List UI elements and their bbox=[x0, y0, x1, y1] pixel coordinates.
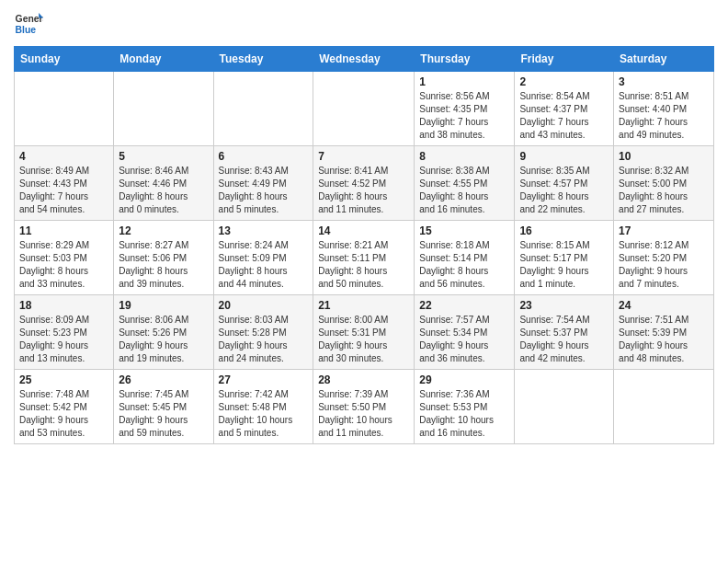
calendar-cell bbox=[114, 72, 213, 146]
day-number: 5 bbox=[119, 150, 208, 163]
day-number: 6 bbox=[219, 150, 309, 163]
day-info: Sunrise: 8:21 AM Sunset: 5:11 PM Dayligh… bbox=[318, 239, 409, 291]
calendar-cell: 17Sunrise: 8:12 AM Sunset: 5:20 PM Dayli… bbox=[614, 221, 714, 295]
day-number: 2 bbox=[519, 75, 609, 88]
calendar-cell bbox=[213, 72, 313, 146]
calendar-cell: 18Sunrise: 8:09 AM Sunset: 5:23 PM Dayli… bbox=[15, 295, 114, 370]
calendar-cell bbox=[15, 72, 114, 146]
day-number: 4 bbox=[19, 150, 108, 163]
day-info: Sunrise: 8:54 AM Sunset: 4:37 PM Dayligh… bbox=[519, 90, 609, 142]
calendar-week-row: 4Sunrise: 8:49 AM Sunset: 4:43 PM Daylig… bbox=[15, 146, 714, 221]
day-info: Sunrise: 8:27 AM Sunset: 5:06 PM Dayligh… bbox=[119, 239, 208, 291]
day-info: Sunrise: 8:46 AM Sunset: 4:46 PM Dayligh… bbox=[119, 165, 208, 216]
calendar-cell: 3Sunrise: 8:51 AM Sunset: 4:40 PM Daylig… bbox=[614, 72, 714, 146]
calendar-cell: 25Sunrise: 7:48 AM Sunset: 5:42 PM Dayli… bbox=[15, 370, 114, 444]
day-info: Sunrise: 7:51 AM Sunset: 5:39 PM Dayligh… bbox=[619, 314, 709, 365]
calendar-cell bbox=[313, 72, 415, 146]
day-number: 12 bbox=[119, 224, 208, 237]
weekday-header-monday: Monday bbox=[114, 47, 213, 72]
day-number: 1 bbox=[419, 75, 509, 88]
day-number: 3 bbox=[619, 75, 709, 88]
calendar-cell: 8Sunrise: 8:38 AM Sunset: 4:55 PM Daylig… bbox=[415, 146, 515, 221]
day-info: Sunrise: 7:36 AM Sunset: 5:53 PM Dayligh… bbox=[419, 388, 509, 440]
calendar-cell: 24Sunrise: 7:51 AM Sunset: 5:39 PM Dayli… bbox=[614, 295, 714, 370]
day-info: Sunrise: 7:42 AM Sunset: 5:48 PM Dayligh… bbox=[219, 388, 309, 440]
day-info: Sunrise: 8:32 AM Sunset: 5:00 PM Dayligh… bbox=[619, 165, 709, 216]
logo-icon: General Blue bbox=[14, 9, 43, 39]
weekday-header-row: SundayMondayTuesdayWednesdayThursdayFrid… bbox=[15, 47, 714, 72]
svg-text:Blue: Blue bbox=[16, 25, 37, 35]
calendar-table: SundayMondayTuesdayWednesdayThursdayFrid… bbox=[14, 46, 714, 444]
day-info: Sunrise: 7:57 AM Sunset: 5:34 PM Dayligh… bbox=[419, 314, 509, 365]
calendar-cell: 16Sunrise: 8:15 AM Sunset: 5:17 PM Dayli… bbox=[515, 221, 614, 295]
day-info: Sunrise: 7:39 AM Sunset: 5:50 PM Dayligh… bbox=[318, 388, 409, 440]
day-info: Sunrise: 8:15 AM Sunset: 5:17 PM Dayligh… bbox=[519, 239, 609, 291]
calendar-cell: 26Sunrise: 7:45 AM Sunset: 5:45 PM Dayli… bbox=[114, 370, 213, 444]
day-info: Sunrise: 8:03 AM Sunset: 5:28 PM Dayligh… bbox=[219, 314, 309, 365]
calendar-cell: 7Sunrise: 8:41 AM Sunset: 4:52 PM Daylig… bbox=[313, 146, 415, 221]
calendar-cell: 5Sunrise: 8:46 AM Sunset: 4:46 PM Daylig… bbox=[114, 146, 213, 221]
day-info: Sunrise: 8:56 AM Sunset: 4:35 PM Dayligh… bbox=[419, 90, 509, 142]
day-info: Sunrise: 8:12 AM Sunset: 5:20 PM Dayligh… bbox=[619, 239, 709, 291]
day-info: Sunrise: 8:41 AM Sunset: 4:52 PM Dayligh… bbox=[318, 165, 409, 216]
calendar-week-row: 11Sunrise: 8:29 AM Sunset: 5:03 PM Dayli… bbox=[15, 221, 714, 295]
day-number: 14 bbox=[318, 224, 409, 237]
day-number: 29 bbox=[419, 373, 509, 386]
day-number: 28 bbox=[318, 373, 409, 386]
day-info: Sunrise: 8:43 AM Sunset: 4:49 PM Dayligh… bbox=[219, 165, 309, 216]
day-number: 26 bbox=[119, 373, 208, 386]
calendar-cell: 23Sunrise: 7:54 AM Sunset: 5:37 PM Dayli… bbox=[515, 295, 614, 370]
weekday-header-friday: Friday bbox=[515, 47, 614, 72]
calendar-cell: 22Sunrise: 7:57 AM Sunset: 5:34 PM Dayli… bbox=[415, 295, 515, 370]
weekday-header-sunday: Sunday bbox=[15, 47, 114, 72]
day-number: 20 bbox=[219, 299, 309, 312]
day-number: 7 bbox=[318, 150, 409, 163]
day-info: Sunrise: 7:48 AM Sunset: 5:42 PM Dayligh… bbox=[19, 388, 108, 440]
day-info: Sunrise: 8:49 AM Sunset: 4:43 PM Dayligh… bbox=[19, 165, 108, 216]
weekday-header-saturday: Saturday bbox=[614, 47, 714, 72]
day-info: Sunrise: 8:24 AM Sunset: 5:09 PM Dayligh… bbox=[219, 239, 309, 291]
day-number: 23 bbox=[519, 299, 609, 312]
calendar-cell bbox=[614, 370, 714, 444]
calendar-cell: 9Sunrise: 8:35 AM Sunset: 4:57 PM Daylig… bbox=[515, 146, 614, 221]
calendar-cell: 21Sunrise: 8:00 AM Sunset: 5:31 PM Dayli… bbox=[313, 295, 415, 370]
calendar-cell: 28Sunrise: 7:39 AM Sunset: 5:50 PM Dayli… bbox=[313, 370, 415, 444]
calendar-cell: 15Sunrise: 8:18 AM Sunset: 5:14 PM Dayli… bbox=[415, 221, 515, 295]
day-number: 27 bbox=[219, 373, 309, 386]
day-info: Sunrise: 8:18 AM Sunset: 5:14 PM Dayligh… bbox=[419, 239, 509, 291]
day-info: Sunrise: 8:09 AM Sunset: 5:23 PM Dayligh… bbox=[19, 314, 108, 365]
header: General Blue bbox=[14, 9, 714, 39]
day-number: 16 bbox=[519, 224, 609, 237]
day-number: 13 bbox=[219, 224, 309, 237]
calendar-week-row: 18Sunrise: 8:09 AM Sunset: 5:23 PM Dayli… bbox=[15, 295, 714, 370]
calendar-cell: 2Sunrise: 8:54 AM Sunset: 4:37 PM Daylig… bbox=[515, 72, 614, 146]
day-number: 11 bbox=[19, 224, 108, 237]
day-info: Sunrise: 8:00 AM Sunset: 5:31 PM Dayligh… bbox=[318, 314, 409, 365]
weekday-header-tuesday: Tuesday bbox=[213, 47, 313, 72]
weekday-header-thursday: Thursday bbox=[415, 47, 515, 72]
day-number: 24 bbox=[619, 299, 709, 312]
day-number: 21 bbox=[318, 299, 409, 312]
calendar-cell: 4Sunrise: 8:49 AM Sunset: 4:43 PM Daylig… bbox=[15, 146, 114, 221]
calendar-cell: 29Sunrise: 7:36 AM Sunset: 5:53 PM Dayli… bbox=[415, 370, 515, 444]
day-info: Sunrise: 7:45 AM Sunset: 5:45 PM Dayligh… bbox=[119, 388, 208, 440]
day-number: 10 bbox=[619, 150, 709, 163]
day-info: Sunrise: 8:38 AM Sunset: 4:55 PM Dayligh… bbox=[419, 165, 509, 216]
calendar-cell: 14Sunrise: 8:21 AM Sunset: 5:11 PM Dayli… bbox=[313, 221, 415, 295]
calendar-week-row: 1Sunrise: 8:56 AM Sunset: 4:35 PM Daylig… bbox=[15, 72, 714, 146]
day-info: Sunrise: 7:54 AM Sunset: 5:37 PM Dayligh… bbox=[519, 314, 609, 365]
calendar-cell: 10Sunrise: 8:32 AM Sunset: 5:00 PM Dayli… bbox=[614, 146, 714, 221]
day-number: 19 bbox=[119, 299, 208, 312]
day-info: Sunrise: 8:06 AM Sunset: 5:26 PM Dayligh… bbox=[119, 314, 208, 365]
day-number: 25 bbox=[19, 373, 108, 386]
day-number: 22 bbox=[419, 299, 509, 312]
day-number: 18 bbox=[19, 299, 108, 312]
calendar-cell: 13Sunrise: 8:24 AM Sunset: 5:09 PM Dayli… bbox=[213, 221, 313, 295]
calendar-cell: 27Sunrise: 7:42 AM Sunset: 5:48 PM Dayli… bbox=[213, 370, 313, 444]
calendar-cell: 1Sunrise: 8:56 AM Sunset: 4:35 PM Daylig… bbox=[415, 72, 515, 146]
day-number: 17 bbox=[619, 224, 709, 237]
calendar-week-row: 25Sunrise: 7:48 AM Sunset: 5:42 PM Dayli… bbox=[15, 370, 714, 444]
calendar-cell: 19Sunrise: 8:06 AM Sunset: 5:26 PM Dayli… bbox=[114, 295, 213, 370]
logo: General Blue bbox=[14, 9, 43, 39]
calendar-cell bbox=[515, 370, 614, 444]
